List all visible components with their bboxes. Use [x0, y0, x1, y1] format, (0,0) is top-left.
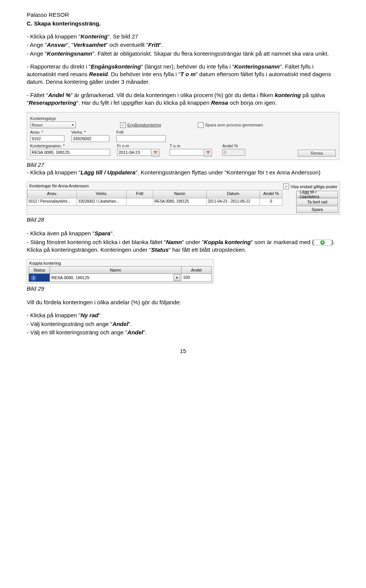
- input-andel: [222, 149, 245, 156]
- check-icon: ✓: [120, 122, 126, 128]
- th-namn[interactable]: Namn: [153, 190, 206, 198]
- konteringar-table-panel: Konteringar för Anna Andersson ✓ Visa en…: [27, 182, 340, 215]
- instruction-paragraph: - Fältet "Andel %" är gråmarkerad. Vill …: [27, 91, 339, 107]
- th-status: Status: [29, 266, 50, 274]
- label-verks: Verks. *: [71, 130, 109, 134]
- input-from-date[interactable]: [117, 149, 151, 156]
- calendar-icon[interactable]: 📅: [204, 149, 212, 157]
- label-tom: T o m: [170, 144, 215, 148]
- instruction-paragraph: Vill du fördela konteringen i olika ande…: [27, 299, 339, 306]
- instruction-line: - Ange "Ansvar", "Verksamhet" och eventu…: [27, 41, 339, 49]
- checkbox-icon: [198, 122, 204, 128]
- th-andel[interactable]: Andel %: [260, 190, 283, 198]
- input-konteringsnamn[interactable]: [30, 149, 110, 156]
- section-title: C. Skapa konteringssträng.: [27, 20, 339, 27]
- ta-bort-rad-button[interactable]: Ta bort rad: [296, 198, 338, 205]
- checkbox-engangskontering[interactable]: ✓ Engångskontering: [120, 121, 161, 128]
- status-exclamation-icon: !: [30, 275, 37, 281]
- input-fritt[interactable]: [116, 135, 166, 142]
- dropdown-value: RESA 0080, 188125: [51, 275, 90, 280]
- cell-namn: RESA 0080, 188125: [153, 198, 206, 206]
- cell-verks: 33026002 / Likabehan...: [77, 198, 126, 206]
- label-konteringsnamn: Konteringsnamn. *: [30, 144, 110, 148]
- checkbox-visa-giltiga[interactable]: ✓ Visa endast giltiga poster: [283, 184, 337, 189]
- caption-bild27: Bild 27: [27, 161, 339, 168]
- label-from: Fr o m: [117, 144, 163, 148]
- th-fritt[interactable]: Fritt: [126, 190, 153, 198]
- instruction-line: - Välj konteringssträng och ange "Andel"…: [27, 320, 339, 328]
- kk-data-row[interactable]: ! RESA 0080, 188125 ▼ 100: [29, 274, 212, 282]
- kk-header-row: Status Namn Andel: [29, 266, 212, 274]
- instruction-line: - Klicka på knappen "Kontering". Se bild…: [27, 33, 339, 40]
- table-row[interactable]: 9152 / Personalavdelni... 33026002 / Lik…: [27, 198, 295, 206]
- th-verks[interactable]: Verks.: [77, 190, 126, 198]
- label-andel: Andel %: [222, 144, 245, 148]
- table-title: Konteringar för Anna Andersson: [29, 184, 89, 189]
- instruction-paragraph: - Rapporterar du direkt i "Engångskonter…: [27, 63, 339, 86]
- andel-value[interactable]: 100: [181, 274, 211, 281]
- label-ansv: Ansv. *: [30, 130, 64, 134]
- checkbox-spara-gemensam[interactable]: Spara som process gemensam: [198, 121, 263, 128]
- instruction-line: - Klicka på knappen "Ny rad": [27, 312, 339, 319]
- chevron-down-icon[interactable]: ▼: [173, 274, 180, 281]
- page-header: Palasso RESOR: [27, 11, 339, 18]
- cell-ansv: 9152 / Personalavdelni...: [27, 198, 77, 206]
- kontering-form-panel: Konteringstyp Resor ✓ Engångskontering S…: [27, 112, 339, 160]
- instruction-line: - Ange "Konteringsnamn". Fältet är oblig…: [27, 50, 339, 58]
- spara-button[interactable]: Spara: [296, 206, 338, 213]
- plus-icon-inline: +: [314, 240, 331, 246]
- table-header-row: Ansv. Verks. Fritt Namn Datum Andel %: [27, 190, 295, 198]
- instruction-paragraph: - Stäng fönstret kontering och klicka i …: [27, 238, 339, 254]
- calendar-icon[interactable]: 📅: [151, 149, 159, 157]
- plus-icon: +: [320, 240, 325, 245]
- select-konteringstyp[interactable]: Resor: [30, 121, 76, 128]
- instruction-line: - Klicka även på knappen "Spara".: [27, 230, 339, 237]
- input-verks[interactable]: [71, 135, 109, 142]
- koppla-kontering-title: Koppla kontering: [29, 261, 212, 266]
- input-ansv[interactable]: [30, 135, 64, 142]
- instruction-line: - Klicka på knappen "Lägg till / Uppdate…: [27, 169, 339, 176]
- label-fritt: Fritt: [116, 130, 166, 134]
- lagg-till-button[interactable]: Lägg till / Uppdatera: [296, 191, 338, 198]
- input-tom-date[interactable]: [170, 149, 204, 156]
- cell-datum: 2011-04-23 - 2011-06-22: [206, 198, 260, 206]
- th-andel: Andel: [181, 266, 212, 274]
- th-datum[interactable]: Datum: [206, 190, 260, 198]
- label-konteringstyp: Konteringstyp: [30, 116, 76, 121]
- rensa-button[interactable]: Rensa: [298, 150, 336, 157]
- caption-bild28: Bild 28: [27, 216, 339, 223]
- instruction-line: - Välj en till konteringssträng och ange…: [27, 329, 339, 336]
- koppla-kontering-panel: Koppla kontering Status Namn Andel ! RES…: [27, 259, 214, 284]
- caption-bild29: Bild 29: [27, 285, 339, 292]
- cell-andel: 0: [260, 198, 283, 206]
- th-namn: Namn: [50, 266, 181, 274]
- namn-dropdown[interactable]: RESA 0080, 188125 ▼: [50, 274, 181, 281]
- cell-fritt: [126, 198, 153, 206]
- th-ansv[interactable]: Ansv.: [27, 190, 77, 198]
- page-number: 15: [27, 348, 339, 354]
- check-icon: ✓: [283, 184, 289, 189]
